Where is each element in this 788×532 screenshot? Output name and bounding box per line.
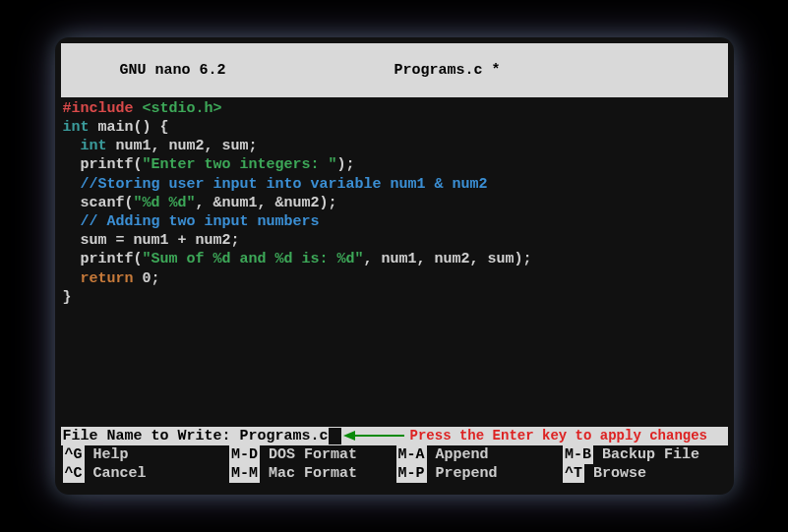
keyword-int: int	[63, 119, 90, 136]
shortcut-label: Mac Format	[260, 465, 357, 482]
shortcut-prepend[interactable]: M-P Prepend	[394, 464, 562, 483]
call-end: , num1, num2, sum);	[364, 251, 532, 267]
shortcut-label: Backup File	[593, 446, 699, 463]
cursor-gap	[329, 428, 341, 444]
filename-input[interactable]: Programs.c	[240, 428, 329, 444]
key-label: ^T	[563, 464, 584, 483]
shortcut-label: DOS Format	[260, 446, 357, 463]
shortcut-help[interactable]: ^G Help	[61, 445, 228, 464]
header-file: <stdio.h>	[134, 100, 222, 117]
key-label: M-P	[396, 464, 427, 483]
printf-call: printf(	[63, 156, 143, 173]
key-label: M-D	[229, 445, 260, 464]
key-label: ^C	[63, 464, 85, 483]
var-decl: num1, num2, sum;	[107, 138, 258, 154]
nano-title-bar: GNU nano 6.2 Programs.c *	[61, 43, 728, 97]
shortcut-cancel[interactable]: ^C Cancel	[61, 464, 228, 483]
shortcut-mac-format[interactable]: M-M Mac Format	[227, 464, 394, 483]
keyword-include: #include	[63, 100, 134, 117]
editor-pane[interactable]: #include <stdio.h> int main() { int num1…	[61, 97, 728, 427]
nano-version: GNU nano 6.2	[102, 62, 226, 79]
string-literal: "Sum of %d and %d is: %d"	[143, 251, 364, 267]
return-val: 0;	[134, 270, 160, 287]
shortcut-browse[interactable]: ^T Browse	[561, 464, 728, 483]
call-end: , &num1, &num2);	[196, 195, 337, 211]
assignment: sum = num1 + num2;	[61, 231, 728, 250]
key-label: M-M	[229, 464, 260, 483]
shortcut-bar: ^G Help M-D DOS Format M-A Append M-B Ba…	[61, 445, 728, 489]
printf-call: printf(	[63, 251, 143, 267]
terminal-window: GNU nano 6.2 Programs.c * #include <stdi…	[55, 37, 734, 495]
comment: //Storing user input into variable num1 …	[81, 176, 488, 193]
main-decl: main() {	[90, 119, 169, 136]
indent	[63, 176, 81, 193]
save-prompt-row: File Name to Write: Programs.c Press the…	[61, 427, 728, 445]
string-literal: "%d %d"	[134, 195, 196, 211]
shortcut-label: Help	[85, 446, 129, 463]
shortcut-label: Prepend	[427, 465, 498, 482]
shortcut-label: Append	[427, 446, 489, 463]
keyword-return: return	[81, 270, 134, 287]
prompt-label: File Name to Write:	[63, 428, 240, 444]
shortcut-label: Cancel	[85, 465, 147, 482]
indent	[63, 213, 81, 230]
shortcut-append[interactable]: M-A Append	[394, 445, 562, 464]
key-label: ^G	[63, 445, 85, 464]
indent	[63, 138, 81, 154]
arrow-left-icon	[343, 429, 404, 443]
call-end: );	[337, 156, 355, 173]
file-name-indicator: Programs.c *	[394, 62, 501, 79]
shortcut-label: Browse	[584, 465, 646, 482]
shortcut-dos-format[interactable]: M-D DOS Format	[227, 445, 394, 464]
closing-brace: }	[61, 288, 728, 307]
key-label: M-B	[563, 445, 593, 464]
keyword-int: int	[81, 138, 107, 154]
key-label: M-A	[396, 445, 427, 464]
string-literal: "Enter two integers: "	[143, 156, 337, 173]
svg-marker-1	[343, 431, 355, 441]
indent	[63, 270, 81, 287]
comment: // Adding two input numbers	[81, 213, 320, 230]
annotation-text: Press the Enter key to apply changes	[410, 428, 707, 443]
scanf-call: scanf(	[63, 195, 134, 211]
shortcut-backup-file[interactable]: M-B Backup File	[561, 445, 728, 464]
